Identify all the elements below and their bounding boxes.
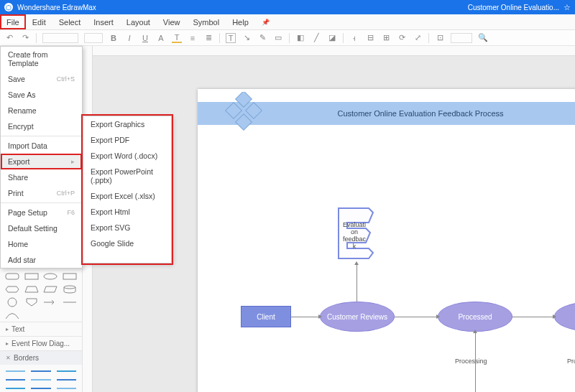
font-color-icon[interactable]: A: [156, 33, 166, 43]
search-icon[interactable]: 🔍: [478, 33, 488, 43]
zoom-dropdown[interactable]: [451, 33, 472, 43]
file-menu-import-data[interactable]: Import Data: [1, 138, 82, 154]
node-client[interactable]: Client: [241, 306, 291, 327]
undo-icon[interactable]: ↶: [4, 33, 14, 43]
file-menu-rename[interactable]: Rename: [1, 103, 82, 118]
rotate-icon[interactable]: ⟳: [397, 33, 407, 43]
file-menu-page-setup[interactable]: Page SetupF6: [1, 205, 82, 220]
shape-rect-round[interactable]: [4, 271, 21, 281]
pen-icon[interactable]: ✎: [257, 33, 267, 43]
shape-arrow1[interactable]: [42, 297, 59, 307]
file-menu-encrypt[interactable]: Encrypt: [1, 118, 82, 134]
menu-file[interactable]: File: [0, 14, 26, 29]
file-menu-print[interactable]: PrintCtrl+P: [1, 185, 82, 201]
border-style[interactable]: [31, 376, 50, 381]
export-export-word-docx-[interactable]: Export Word (.docx): [83, 148, 171, 164]
border-style[interactable]: [57, 385, 76, 389]
file-menu-save[interactable]: SaveCtrl+S: [1, 71, 82, 87]
app-logo: ◌: [4, 3, 13, 11]
title-bar: ◌ Wondershare EdrawMax Customer Online E…: [0, 0, 575, 14]
border-style[interactable]: [6, 368, 25, 372]
border-style[interactable]: [57, 376, 76, 381]
distribute-icon[interactable]: ⊟: [365, 33, 375, 43]
menu-view[interactable]: View: [157, 14, 187, 29]
banner[interactable]: Customer Online Evaluation Feedback Proc…: [198, 102, 575, 125]
chevron-right-icon: ▸: [6, 340, 9, 347]
menu-symbol[interactable]: Symbol: [186, 14, 226, 29]
export-export-graphics[interactable]: Export Graphics: [83, 116, 171, 132]
file-menu-create-from-template[interactable]: Create from Template: [1, 47, 82, 71]
shape-circle[interactable]: [4, 297, 21, 307]
export-export-pdf[interactable]: Export PDF: [83, 132, 171, 148]
shape-rect2[interactable]: [62, 271, 78, 281]
menu-edit[interactable]: Edit: [26, 14, 52, 29]
menu-bar: FileEditSelectInsertLayoutViewSymbolHelp…: [0, 14, 575, 30]
align-icon[interactable]: ≡: [188, 33, 198, 43]
toolbar: ↶ ↷ B I U A T ≡ ≣ T ↘ ✎ ▭ ◧ ╱ ◪ ⫞ ⊟ ⊞ ⟳ …: [0, 30, 575, 46]
panel-eventflow[interactable]: ▸Event Flow Diag...: [0, 336, 82, 350]
underline-icon[interactable]: U: [140, 33, 150, 43]
shape-tool-icon[interactable]: ▭: [273, 33, 283, 43]
text-tool-icon[interactable]: T: [226, 33, 236, 43]
menu-layout[interactable]: Layout: [120, 14, 157, 29]
node-r[interactable]: R: [554, 302, 575, 332]
svg-rect-3: [63, 274, 76, 279]
border-style[interactable]: [31, 385, 50, 389]
fill-icon[interactable]: ◧: [295, 33, 305, 43]
menu-insert[interactable]: Insert: [87, 14, 120, 29]
export-export-powerpoint-pptx-[interactable]: Export PowerPoint (.pptx): [83, 164, 171, 188]
file-menu-export[interactable]: Export▸: [1, 154, 82, 169]
export-export-html[interactable]: Export Html: [83, 204, 171, 220]
shape-shield[interactable]: [24, 297, 40, 307]
redo-icon[interactable]: ↷: [20, 33, 30, 43]
italic-icon[interactable]: I: [124, 33, 134, 43]
pin-icon[interactable]: 📌: [255, 14, 276, 29]
connector-icon[interactable]: ↘: [242, 33, 252, 43]
canvas-page[interactable]: Customer Online Evaluation Feedback Proc…: [198, 89, 575, 392]
svg-rect-1: [25, 274, 38, 279]
shadow-icon[interactable]: ◪: [327, 33, 337, 43]
menu-select[interactable]: Select: [52, 14, 88, 29]
label-proce2: Proces: [567, 358, 575, 365]
svg-marker-5: [25, 286, 38, 292]
size-dropdown[interactable]: [84, 33, 103, 43]
file-menu-add-star[interactable]: Add star: [1, 252, 82, 268]
file-menu-home[interactable]: Home: [1, 236, 82, 252]
export-export-svg[interactable]: Export SVG: [83, 220, 171, 235]
svg-marker-6: [44, 286, 57, 292]
center-icon[interactable]: ⊡: [435, 33, 445, 43]
size-icon[interactable]: ⤢: [413, 33, 423, 43]
shape-arrow2[interactable]: [62, 297, 78, 307]
line-icon[interactable]: ╱: [311, 33, 321, 43]
group-icon[interactable]: ⊞: [381, 33, 391, 43]
bold-icon[interactable]: B: [109, 33, 119, 43]
shape-oval[interactable]: [42, 271, 59, 281]
export-export-excel-xlsx-[interactable]: Export Excel (.xlsx): [83, 188, 171, 204]
border-style[interactable]: [6, 376, 25, 381]
star-icon[interactable]: ☆: [564, 3, 571, 12]
border-style[interactable]: [6, 385, 25, 389]
doc-title[interactable]: Customer Online Evaluatio...: [468, 4, 559, 11]
shape-para[interactable]: [42, 284, 59, 294]
list-icon[interactable]: ≣: [203, 33, 213, 43]
node-processed[interactable]: Processed: [438, 302, 512, 332]
panel-borders[interactable]: ✕Borders: [0, 350, 82, 365]
menu-help[interactable]: Help: [226, 14, 255, 29]
border-style[interactable]: [31, 368, 50, 372]
file-menu-share[interactable]: Share: [1, 169, 82, 185]
file-menu-save-as[interactable]: Save As: [1, 87, 82, 103]
shape-hex[interactable]: [4, 284, 21, 294]
border-style[interactable]: [57, 368, 76, 372]
shape-trap[interactable]: [24, 284, 40, 294]
shape-rect[interactable]: [24, 271, 40, 281]
shape-cyl[interactable]: [62, 284, 78, 294]
shape-curve[interactable]: [4, 310, 21, 320]
align-objects-icon[interactable]: ⫞: [349, 33, 359, 43]
node-reviews[interactable]: Customer Reviews: [320, 302, 395, 332]
export-google-slide[interactable]: Google Slide: [83, 235, 171, 251]
font-dropdown[interactable]: [42, 33, 78, 43]
file-menu-default-setting[interactable]: Default Setting: [1, 220, 82, 236]
panel-text[interactable]: ▸Text: [0, 322, 82, 336]
svg-rect-0: [6, 274, 19, 279]
highlight-icon[interactable]: T: [172, 33, 182, 43]
